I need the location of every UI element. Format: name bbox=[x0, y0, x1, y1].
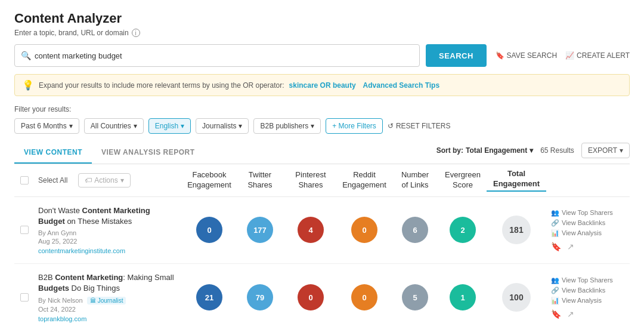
reset-filters-button[interactable]: ↺ RESET FILTERS bbox=[388, 122, 451, 130]
view-analysis-link-2[interactable]: 📊 View Analysis bbox=[551, 297, 624, 305]
article-2-url[interactable]: toprankblog.com bbox=[38, 315, 86, 322]
page-title: Content Analyzer bbox=[14, 11, 630, 26]
article-1-date: Aug 25, 2022 bbox=[38, 238, 177, 245]
link-icon: 🔗 bbox=[551, 287, 559, 294]
info-icon: i bbox=[132, 29, 140, 37]
row2-checkbox[interactable] bbox=[20, 293, 38, 302]
article-1-icon-actions: 🔖 ↗ bbox=[551, 242, 624, 251]
article-2-title: B2B Content Marketing: Making Small Budg… bbox=[38, 272, 177, 294]
chart-icon: 📊 bbox=[551, 297, 559, 305]
chevron-down-icon: ▾ bbox=[69, 122, 73, 130]
results-count: 65 Results bbox=[540, 146, 574, 155]
col-header-pinterest: Pinterest Shares bbox=[284, 170, 338, 190]
links-circle: 6 bbox=[402, 217, 428, 243]
alert-icon: 📈 bbox=[565, 51, 574, 60]
pinterest-circle: 4 bbox=[298, 217, 324, 243]
article-1-actions: 👥 View Top Sharers 🔗 View Backlinks 📊 Vi… bbox=[546, 209, 624, 251]
actions-button[interactable]: 🏷 Actions ▾ bbox=[78, 173, 130, 187]
suggestion-highlight[interactable]: skincare OR beauty bbox=[289, 81, 356, 90]
view-backlinks-link-2[interactable]: 🔗 View Backlinks bbox=[551, 287, 624, 294]
journalist-badge: 🏛 Journalist bbox=[87, 297, 126, 305]
col-header-total: Total Engagement bbox=[487, 169, 546, 192]
select-all-checkbox[interactable] bbox=[20, 176, 38, 184]
more-filters-button[interactable]: + More Filters bbox=[326, 118, 383, 134]
twitter-circle: 79 bbox=[247, 284, 273, 310]
chevron-down-icon: ▾ bbox=[239, 122, 242, 130]
sharers-icon: 👥 bbox=[551, 209, 559, 217]
tag-icon: 🏷 bbox=[85, 176, 92, 184]
view-analysis-link-1[interactable]: 📊 View Analysis bbox=[551, 229, 624, 237]
advanced-search-tips-link[interactable]: Advanced Search Tips bbox=[363, 81, 440, 90]
page-subtitle: Enter a topic, brand, URL or domain i bbox=[14, 29, 630, 37]
article-2-author-label: By bbox=[38, 297, 48, 304]
reset-icon: ↺ bbox=[388, 122, 394, 130]
article-1-info: Don't Waste Content Marketing Budget on … bbox=[38, 205, 182, 255]
evergreen-circle: 2 bbox=[450, 217, 476, 243]
share-button-2[interactable]: ↗ bbox=[567, 309, 574, 319]
article-2-icon-actions: 🔖 ↗ bbox=[551, 309, 624, 319]
export-button[interactable]: EXPORT ▾ bbox=[581, 143, 630, 158]
search-button[interactable]: SEARCH bbox=[426, 44, 487, 67]
reddit-circle: 0 bbox=[351, 284, 377, 310]
row1-checkbox[interactable] bbox=[20, 226, 38, 234]
view-top-sharers-link-1[interactable]: 👥 View Top Sharers bbox=[551, 209, 624, 217]
filter-country[interactable]: All Countries ▾ bbox=[84, 118, 144, 134]
save-search-button[interactable]: 🔖 SAVE SEARCH bbox=[496, 51, 557, 60]
filter-journalist[interactable]: Journalists ▾ bbox=[196, 118, 249, 134]
article-2-total: 100 bbox=[487, 283, 546, 312]
article-2-evergreen: 1 bbox=[439, 284, 487, 310]
reddit-circle: 0 bbox=[351, 217, 377, 243]
article-1-meta: By Ann Gynn bbox=[38, 229, 177, 236]
chevron-down-icon: ▾ bbox=[530, 146, 533, 155]
table-row: Don't Waste Content Marketing Budget on … bbox=[14, 197, 630, 264]
create-alert-button[interactable]: 📈 CREATE ALERT bbox=[565, 51, 630, 60]
link-icon: 🔗 bbox=[551, 219, 559, 227]
filter-label: Filter your results: bbox=[14, 104, 630, 113]
article-1-twitter: 177 bbox=[236, 217, 284, 243]
tab-view-content[interactable]: VIEW CONTENT bbox=[14, 142, 92, 164]
article-2-links: 5 bbox=[391, 284, 439, 310]
share-button-1[interactable]: ↗ bbox=[567, 242, 574, 251]
article-2-info: B2B Content Marketing: Making Small Budg… bbox=[38, 272, 182, 322]
col-header-reddit: Reddit Engagement bbox=[338, 170, 391, 190]
search-row: 🔍 SEARCH 🔖 SAVE SEARCH 📈 CREATE ALERT bbox=[14, 44, 630, 67]
article-1-links: 6 bbox=[391, 217, 439, 243]
view-top-sharers-link-2[interactable]: 👥 View Top Sharers bbox=[551, 276, 624, 284]
chevron-down-icon: ▾ bbox=[311, 122, 314, 130]
journalist-icon: 🏛 bbox=[90, 297, 96, 304]
filter-date[interactable]: Past 6 Months ▾ bbox=[14, 118, 79, 134]
chevron-down-icon: ▾ bbox=[120, 176, 124, 184]
facebook-circle: 21 bbox=[196, 284, 222, 310]
select-all-area: Select All 🏷 Actions ▾ bbox=[38, 173, 182, 187]
article-1-facebook: 0 bbox=[182, 217, 236, 243]
filter-publisher[interactable]: B2B publishers ▾ bbox=[253, 118, 321, 134]
article-1-evergreen: 2 bbox=[439, 217, 487, 243]
table-row: B2B Content Marketing: Making Small Budg… bbox=[14, 264, 630, 326]
article-2-date: Oct 24, 2022 bbox=[38, 306, 177, 313]
select-all-label: Select All bbox=[38, 176, 67, 184]
col-header-evergreen: Evergreen Score bbox=[439, 170, 487, 190]
chart-icon: 📊 bbox=[551, 229, 559, 237]
article-1-url[interactable]: contentmarketinginstitute.com bbox=[38, 247, 125, 254]
search-input[interactable] bbox=[35, 51, 413, 60]
col-header-links: Number of Links bbox=[391, 170, 439, 190]
article-1-total: 181 bbox=[487, 216, 546, 244]
view-backlinks-link-1[interactable]: 🔗 View Backlinks bbox=[551, 219, 624, 227]
tabs: VIEW CONTENT VIEW ANALYSIS REPORT bbox=[14, 142, 204, 164]
bulb-icon: 💡 bbox=[22, 79, 34, 91]
pinterest-circle: 0 bbox=[298, 284, 324, 310]
tab-analysis-report[interactable]: VIEW ANALYSIS REPORT bbox=[92, 142, 204, 164]
tabs-right: Sort by: Total Engagement ▾ 65 Results E… bbox=[436, 143, 630, 163]
bookmark-button-1[interactable]: 🔖 bbox=[551, 242, 561, 251]
chevron-down-icon: ▾ bbox=[134, 122, 137, 130]
filter-language[interactable]: English ▾ bbox=[148, 118, 191, 134]
tabs-row: VIEW CONTENT VIEW ANALYSIS REPORT Sort b… bbox=[14, 142, 630, 164]
article-2-actions: 👥 View Top Sharers 🔗 View Backlinks 📊 Vi… bbox=[546, 276, 624, 319]
col-header-twitter: Twitter Shares bbox=[236, 170, 284, 190]
total-score: 181 bbox=[502, 216, 531, 244]
article-1-pinterest: 4 bbox=[284, 217, 338, 243]
table-header-row: Select All 🏷 Actions ▾ Facebook Engageme… bbox=[14, 164, 630, 197]
bookmark-button-2[interactable]: 🔖 bbox=[551, 309, 561, 319]
header-actions: 🔖 SAVE SEARCH 📈 CREATE ALERT bbox=[496, 51, 630, 60]
article-2-pinterest: 0 bbox=[284, 284, 338, 310]
